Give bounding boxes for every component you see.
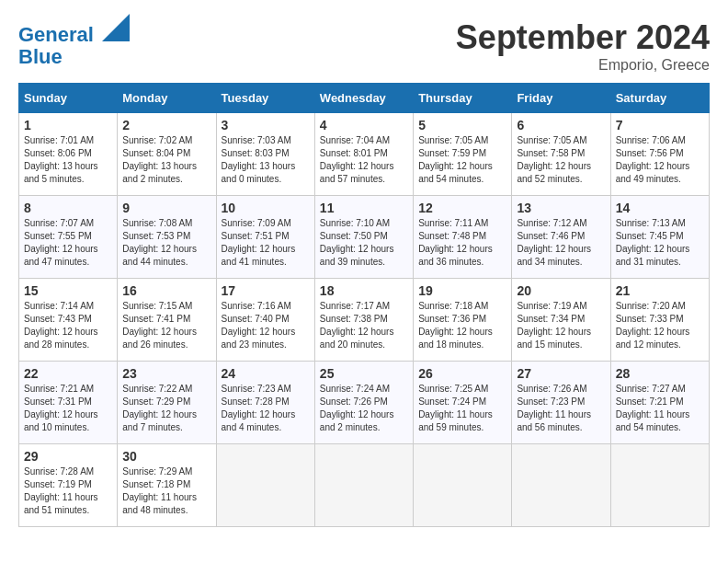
day-info: Sunrise: 7:10 AMSunset: 7:50 PMDaylight:… xyxy=(320,217,408,269)
day-number: 14 xyxy=(616,201,704,215)
empty-cell xyxy=(610,444,709,527)
day-info: Sunrise: 7:04 AMSunset: 8:01 PMDaylight:… xyxy=(320,134,408,186)
location: Emporio, Greece xyxy=(456,57,710,74)
day-cell: 4Sunrise: 7:04 AMSunset: 8:01 PMDaylight… xyxy=(314,113,413,196)
day-number: 24 xyxy=(222,366,310,381)
col-tuesday: Tuesday xyxy=(216,84,314,113)
day-cell: 1Sunrise: 7:01 AMSunset: 8:06 PMDaylight… xyxy=(19,113,118,196)
day-cell: 5Sunrise: 7:05 AMSunset: 7:59 PMDaylight… xyxy=(414,113,512,196)
day-info: Sunrise: 7:22 AMSunset: 7:29 PMDaylight:… xyxy=(122,383,210,434)
col-saturday: Saturday xyxy=(610,84,709,113)
day-info: Sunrise: 7:03 AMSunset: 8:03 PMDaylight:… xyxy=(222,134,310,186)
col-sunday: Sunday xyxy=(19,84,118,113)
day-number: 28 xyxy=(616,366,704,381)
day-number: 16 xyxy=(122,283,210,298)
day-info: Sunrise: 7:27 AMSunset: 7:21 PMDaylight:… xyxy=(616,383,704,434)
day-info: Sunrise: 7:25 AMSunset: 7:24 PMDaylight:… xyxy=(418,383,506,434)
day-cell: 21Sunrise: 7:20 AMSunset: 7:33 PMDayligh… xyxy=(610,279,709,362)
day-cell: 3Sunrise: 7:03 AMSunset: 8:03 PMDaylight… xyxy=(216,113,314,196)
day-number: 23 xyxy=(122,366,210,381)
day-cell: 8Sunrise: 7:07 AMSunset: 7:55 PMDaylight… xyxy=(19,196,118,279)
calendar-row: 29Sunrise: 7:28 AMSunset: 7:19 PMDayligh… xyxy=(19,444,710,527)
day-number: 3 xyxy=(222,118,310,132)
day-info: Sunrise: 7:24 AMSunset: 7:26 PMDaylight:… xyxy=(320,383,408,434)
day-cell: 25Sunrise: 7:24 AMSunset: 7:26 PMDayligh… xyxy=(314,362,413,444)
day-info: Sunrise: 7:15 AMSunset: 7:41 PMDaylight:… xyxy=(122,300,210,351)
day-info: Sunrise: 7:21 AMSunset: 7:31 PMDaylight:… xyxy=(24,383,112,434)
day-info: Sunrise: 7:06 AMSunset: 7:56 PMDaylight:… xyxy=(616,134,704,186)
day-number: 5 xyxy=(418,118,506,132)
calendar-row: 8Sunrise: 7:07 AMSunset: 7:55 PMDaylight… xyxy=(19,196,710,279)
day-cell: 10Sunrise: 7:09 AMSunset: 7:51 PMDayligh… xyxy=(216,196,314,279)
day-cell: 23Sunrise: 7:22 AMSunset: 7:29 PMDayligh… xyxy=(118,362,216,444)
day-info: Sunrise: 7:14 AMSunset: 7:43 PMDaylight:… xyxy=(24,300,112,351)
col-friday: Friday xyxy=(512,84,610,113)
day-number: 6 xyxy=(517,118,605,132)
day-number: 10 xyxy=(222,201,310,215)
day-info: Sunrise: 7:02 AMSunset: 8:04 PMDaylight:… xyxy=(122,134,210,186)
calendar-table: Sunday Monday Tuesday Wednesday Thursday… xyxy=(18,83,710,527)
day-number: 25 xyxy=(320,366,408,381)
day-info: Sunrise: 7:13 AMSunset: 7:45 PMDaylight:… xyxy=(616,217,704,269)
day-number: 1 xyxy=(24,118,112,132)
day-cell: 9Sunrise: 7:08 AMSunset: 7:53 PMDaylight… xyxy=(118,196,216,279)
day-info: Sunrise: 7:05 AMSunset: 7:59 PMDaylight:… xyxy=(418,134,506,186)
day-number: 20 xyxy=(517,283,605,298)
day-cell: 7Sunrise: 7:06 AMSunset: 7:56 PMDaylight… xyxy=(610,113,709,196)
title-area: September 2024 Emporio, Greece xyxy=(456,18,710,74)
day-number: 30 xyxy=(122,449,210,464)
day-info: Sunrise: 7:08 AMSunset: 7:53 PMDaylight:… xyxy=(122,217,210,269)
day-number: 8 xyxy=(24,201,112,215)
month-title: September 2024 xyxy=(456,18,710,57)
day-cell: 6Sunrise: 7:05 AMSunset: 7:58 PMDaylight… xyxy=(512,113,610,196)
calendar-row: 1Sunrise: 7:01 AMSunset: 8:06 PMDaylight… xyxy=(19,113,710,196)
day-cell: 15Sunrise: 7:14 AMSunset: 7:43 PMDayligh… xyxy=(19,279,118,362)
day-number: 17 xyxy=(222,283,310,298)
logo-icon xyxy=(102,14,130,41)
day-number: 12 xyxy=(418,201,506,215)
empty-cell xyxy=(314,444,413,527)
day-number: 15 xyxy=(24,283,112,298)
day-info: Sunrise: 7:09 AMSunset: 7:51 PMDaylight:… xyxy=(222,217,310,269)
day-info: Sunrise: 7:01 AMSunset: 8:06 PMDaylight:… xyxy=(24,134,112,186)
day-cell: 18Sunrise: 7:17 AMSunset: 7:38 PMDayligh… xyxy=(314,279,413,362)
col-thursday: Thursday xyxy=(414,84,512,113)
day-cell: 14Sunrise: 7:13 AMSunset: 7:45 PMDayligh… xyxy=(610,196,709,279)
day-number: 13 xyxy=(517,201,605,215)
day-cell: 16Sunrise: 7:15 AMSunset: 7:41 PMDayligh… xyxy=(118,279,216,362)
day-cell: 29Sunrise: 7:28 AMSunset: 7:19 PMDayligh… xyxy=(19,444,118,527)
day-info: Sunrise: 7:29 AMSunset: 7:18 PMDaylight:… xyxy=(122,465,210,517)
calendar-row: 15Sunrise: 7:14 AMSunset: 7:43 PMDayligh… xyxy=(19,279,710,362)
day-number: 4 xyxy=(320,118,408,132)
day-info: Sunrise: 7:18 AMSunset: 7:36 PMDaylight:… xyxy=(418,300,506,351)
day-cell: 28Sunrise: 7:27 AMSunset: 7:21 PMDayligh… xyxy=(610,362,709,444)
col-wednesday: Wednesday xyxy=(314,84,413,113)
day-cell: 20Sunrise: 7:19 AMSunset: 7:34 PMDayligh… xyxy=(512,279,610,362)
day-cell: 13Sunrise: 7:12 AMSunset: 7:46 PMDayligh… xyxy=(512,196,610,279)
day-number: 11 xyxy=(320,201,408,215)
day-info: Sunrise: 7:07 AMSunset: 7:55 PMDaylight:… xyxy=(24,217,112,269)
logo-text: General xyxy=(18,18,130,46)
day-cell: 12Sunrise: 7:11 AMSunset: 7:48 PMDayligh… xyxy=(414,196,512,279)
day-info: Sunrise: 7:12 AMSunset: 7:46 PMDaylight:… xyxy=(517,217,605,269)
day-info: Sunrise: 7:17 AMSunset: 7:38 PMDaylight:… xyxy=(320,300,408,351)
calendar-row: 22Sunrise: 7:21 AMSunset: 7:31 PMDayligh… xyxy=(19,362,710,444)
day-number: 9 xyxy=(122,201,210,215)
day-info: Sunrise: 7:23 AMSunset: 7:28 PMDaylight:… xyxy=(222,383,310,434)
logo-text2: Blue xyxy=(18,46,130,68)
day-number: 7 xyxy=(616,118,704,132)
day-number: 22 xyxy=(24,366,112,381)
empty-cell xyxy=(512,444,610,527)
day-cell: 26Sunrise: 7:25 AMSunset: 7:24 PMDayligh… xyxy=(414,362,512,444)
day-number: 21 xyxy=(616,283,704,298)
day-number: 26 xyxy=(418,366,506,381)
empty-cell xyxy=(414,444,512,527)
day-info: Sunrise: 7:20 AMSunset: 7:33 PMDaylight:… xyxy=(616,300,704,351)
col-monday: Monday xyxy=(118,84,216,113)
day-cell: 2Sunrise: 7:02 AMSunset: 8:04 PMDaylight… xyxy=(118,113,216,196)
day-cell: 11Sunrise: 7:10 AMSunset: 7:50 PMDayligh… xyxy=(314,196,413,279)
day-number: 19 xyxy=(418,283,506,298)
day-info: Sunrise: 7:28 AMSunset: 7:19 PMDaylight:… xyxy=(24,465,112,517)
empty-cell xyxy=(216,444,314,527)
logo: General Blue xyxy=(18,18,130,68)
